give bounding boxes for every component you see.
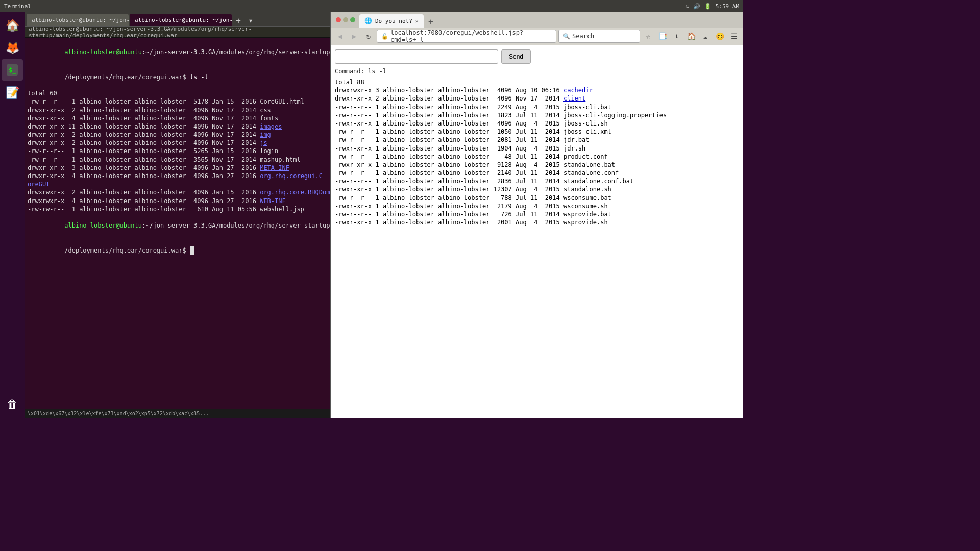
sound-icon: 🔊 (693, 3, 700, 10)
battery-icon: 🔋 (704, 3, 712, 10)
terminal-tab-bar: albino-lobster@ubuntu: ~/jon-server-3.3.… (24, 12, 330, 27)
term-line-webshell: -rw-rw-r-- 1 albino-lobster albino-lobst… (28, 205, 327, 213)
webshell-send-button[interactable]: Send (501, 49, 531, 64)
prompt-text: albino-lobster@ubuntu (64, 48, 142, 56)
system-bar-left: Terminal (4, 3, 31, 10)
term-line-img: drwxr-xr-x 2 albino-lobster albino-lobst… (28, 131, 327, 139)
bookmark-star-icon[interactable]: ☆ (642, 30, 654, 42)
browser-tab-bar: 🌐 Do you not? ✕ + (331, 12, 743, 28)
home-icon[interactable]: 🏠 (685, 30, 697, 42)
sidebar-editor-icon[interactable]: 📝 (2, 82, 23, 103)
ws-line-standalone-bat: -rwxr-xr-x 1 albino-lobster albino-lobst… (335, 161, 739, 169)
webshell-command-input[interactable] (335, 49, 498, 64)
browser-chrome: 🌐 Do you not? ✕ + ◀ ▶ ↻ 🔓 localhost:7080… (331, 12, 743, 45)
ws-line-jboss-cli-log: -rw-r--r-- 1 albino-lobster albino-lobst… (335, 111, 739, 119)
terminal-title-text: albino-lobster@ubuntu: ~/jon-server-3.3.… (29, 26, 326, 39)
terminal-app-label: Terminal (4, 3, 31, 10)
ws-line-wsprovide-sh: -rwxr-xr-x 1 albino-lobster albino-lobst… (335, 218, 739, 227)
system-bar: Terminal ⇅ 🔊 🔋 5:59 AM (0, 0, 743, 12)
sidebar: 🏠 🦊 $_ 📝 🗑 (0, 12, 24, 418)
terminal-panel: albino-lobster@ubuntu: ~/jon-server-3.3.… (24, 12, 331, 418)
tab-2-label: albino-lobster@ubuntu: ~/jon-server-3.3.… (135, 17, 232, 23)
terminal-tab-2[interactable]: albino-lobster@ubuntu: ~/jon-server-3.3.… (130, 14, 232, 26)
status-bar-text: \x01\xde\x67\x32\xle\xfe\x73\xnd\xo2\xp5… (28, 411, 209, 416)
lock-icon: 🔓 (381, 33, 388, 40)
term-line-coregui: drwxr-xr-x 4 albino-lobster albino-lobst… (28, 172, 327, 180)
download-icon[interactable]: ⬇ (671, 30, 683, 42)
sidebar-terminal-icon[interactable]: $_ (2, 59, 23, 81)
sidebar-home-icon[interactable]: 🏠 (2, 14, 23, 36)
svg-text:$_: $_ (9, 67, 16, 74)
back-button[interactable]: ◀ (334, 30, 346, 42)
term-line-rhqdomain: drwxrwxr-x 2 albino-lobster albino-lobst… (28, 188, 327, 196)
term-line-coregui2: oreGUI (28, 180, 327, 188)
tab-1-label: albino-lobster@ubuntu: ~/jon-server-3.3.… (32, 17, 129, 23)
ws-line-cachedir: drwxrwxr-x 3 albino-lobster albino-lobst… (335, 86, 739, 94)
browser-toolbar-right: ☆ 📑 ⬇ 🏠 ☁ 😊 ☰ (642, 30, 740, 42)
terminal-status-bar: \x01\xde\x67\x32\xle\xfe\x73\xnd\xo2\xp5… (24, 409, 330, 418)
network-icon: ⇅ (685, 3, 689, 10)
ws-line-jboss-cli-bat: -rw-r--r-- 1 albino-lobster albino-lobst… (335, 103, 739, 111)
term-line-prompt3: /deployments/rhq.ear/coregui.war$ (28, 238, 327, 263)
browser-tab-icon: 🌐 (364, 17, 372, 24)
term-line-css: drwxr-xr-x 2 albino-lobster albino-lobst… (28, 106, 327, 114)
tab-collapse-button[interactable]: ▾ (245, 15, 256, 26)
browser-dot-red (336, 17, 341, 22)
browser-dot-green (350, 17, 355, 22)
browser-toolbar: ◀ ▶ ↻ 🔓 localhost:7080/coregui/webshell.… (331, 28, 743, 45)
term-line-mashup: -rw-r--r-- 1 albino-lobster albino-lobst… (28, 156, 327, 164)
webshell-form: Send (335, 49, 739, 64)
webshell-output: total 88 drwxrwxr-x 3 albino-lobster alb… (335, 78, 739, 227)
ws-line-jdr-sh: -rwxr-xr-x 1 albino-lobster albino-lobst… (335, 144, 739, 153)
term-line-1: /deployments/rhq.ear/coregui.war$ ls -l (28, 65, 327, 90)
browser-panel: 🌐 Do you not? ✕ + ◀ ▶ ↻ 🔓 localhost:7080… (331, 12, 743, 418)
search-icon: 🔍 (563, 33, 570, 40)
browser-tab-active[interactable]: 🌐 Do you not? ✕ (359, 14, 424, 28)
ws-line-jboss-cli-xml: -rw-r--r-- 1 albino-lobster albino-lobst… (335, 128, 739, 136)
ws-line-wsprovide-bat: -rw-r--r-- 1 albino-lobster albino-lobst… (335, 210, 739, 218)
menu-icon[interactable]: ☰ (728, 30, 740, 42)
ws-line-client: drwxr-xr-x 2 albino-lobster albino-lobst… (335, 94, 739, 103)
ws-line-standalone-conf: -rw-r--r-- 1 albino-lobster albino-lobst… (335, 169, 739, 177)
ws-line-wsconsume-sh: -rwxr-xr-x 1 albino-lobster albino-lobst… (335, 202, 739, 210)
ws-line-total: total 88 (335, 78, 739, 86)
term-line-core-html: -rw-r--r-- 1 albino-lobster albino-lobst… (28, 97, 327, 106)
refresh-button[interactable]: ↻ (362, 30, 375, 42)
search-box[interactable]: 🔍 Search (558, 30, 640, 43)
ws-line-jboss-cli-sh: -rwxr-xr-x 1 albino-lobster albino-lobst… (335, 119, 739, 128)
terminal-title-bar: albino-lobster@ubuntu: ~/jon-server-3.3.… (24, 27, 330, 38)
terminal-cursor (190, 246, 194, 255)
sidebar-trash-icon[interactable]: 🗑 (2, 393, 23, 415)
social-icon[interactable]: 😊 (714, 30, 726, 42)
ws-line-standalone-sh: -rwxr-xr-x 1 albino-lobster albino-lobst… (335, 185, 739, 193)
ws-line-product-conf: -rw-r--r-- 1 albino-lobster albino-lobst… (335, 153, 739, 161)
term-line-login: -rw-r--r-- 1 albino-lobster albino-lobst… (28, 147, 327, 155)
term-line-fonts: drwxr-xr-x 4 albino-lobster albino-lobst… (28, 114, 327, 122)
webshell-content: Send Command: ls -l total 88 drwxrwxr-x … (331, 45, 743, 418)
term-line-images: drwxr-xr-x 11 albino-lobster albino-lobs… (28, 122, 327, 131)
term-line-prompt2: albino-lobster@ubuntu:~/jon-server-3.3.G… (28, 213, 327, 238)
sync-icon[interactable]: ☁ (699, 30, 712, 42)
url-bar[interactable]: 🔓 localhost:7080/coregui/webshell.jsp?cm… (377, 30, 556, 43)
ws-link-cachedir[interactable]: cachedir (564, 87, 593, 94)
terminal-output[interactable]: albino-lobster@ubuntu:~/jon-server-3.3.G… (24, 38, 330, 409)
bookmark-list-icon[interactable]: 📑 (656, 30, 669, 42)
sidebar-firefox-icon[interactable]: 🦊 (2, 37, 23, 58)
term-line-prompt: albino-lobster@ubuntu:~/jon-server-3.3.G… (28, 40, 327, 65)
browser-tab-add-button[interactable]: + (425, 15, 437, 28)
tab-add-button[interactable]: + (233, 15, 244, 26)
term-line-total: total 60 (28, 89, 327, 97)
term-line-webinf: drwxrwxr-x 4 albino-lobster albino-lobst… (28, 197, 327, 205)
ws-link-client[interactable]: client (564, 95, 585, 102)
browser-dot-yellow (343, 17, 348, 22)
browser-tab-close[interactable]: ✕ (415, 18, 419, 24)
forward-button[interactable]: ▶ (348, 30, 360, 42)
terminal-tab-1[interactable]: albino-lobster@ubuntu: ~/jon-server-3.3.… (27, 14, 129, 26)
ws-line-jdr-bat: -rw-r--r-- 1 albino-lobster albino-lobst… (335, 136, 739, 144)
system-bar-right: ⇅ 🔊 🔋 5:59 AM (685, 3, 739, 10)
search-placeholder-text: Search (572, 33, 594, 40)
term-line-js: drwxr-xr-x 2 albino-lobster albino-lobst… (28, 139, 327, 147)
ws-line-wsconsume-bat: -rw-r--r-- 1 albino-lobster albino-lobst… (335, 194, 739, 202)
ws-line-standalone-conf-bat: -rw-r--r-- 1 albino-lobster albino-lobst… (335, 177, 739, 185)
clock: 5:59 AM (716, 3, 739, 10)
